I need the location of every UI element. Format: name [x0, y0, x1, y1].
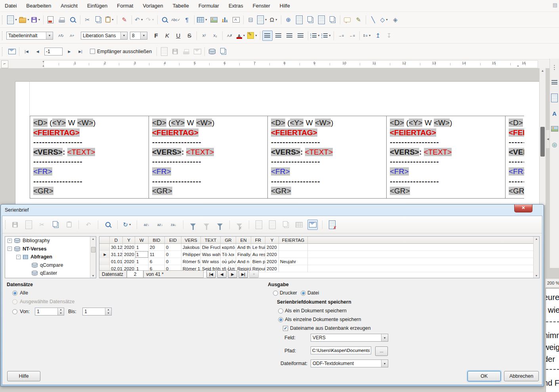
insert-bookmark-icon[interactable]: [317, 15, 327, 25]
copy-record-icon[interactable]: [50, 220, 61, 230]
superscript-icon[interactable]: X²: [199, 31, 209, 41]
table-cell[interactable]: 0: [165, 244, 181, 251]
update-style-icon[interactable]: A↻: [56, 31, 66, 41]
sidebar-navigator-icon[interactable]: ◎: [549, 139, 559, 149]
subscript-icon[interactable]: X₂: [210, 31, 220, 41]
column-header[interactable]: VERS: [181, 237, 201, 244]
close-icon[interactable]: ✕: [514, 205, 532, 212]
date-field[interactable]: <D>: [271, 119, 285, 127]
scroll-up-icon[interactable]: ▲: [90, 237, 96, 240]
next-record-button[interactable]: ▶: [228, 270, 237, 278]
chevron-down-icon[interactable]: ▼: [27, 18, 30, 21]
first-record-button[interactable]: |◀: [206, 270, 216, 278]
spinner-arrows-icon[interactable]: ▲▼: [105, 308, 111, 315]
fr-field[interactable]: <FR>: [509, 167, 524, 176]
save-icon[interactable]: ▼: [31, 15, 41, 25]
track-changes-icon[interactable]: ✎: [353, 15, 364, 25]
table-cell[interactable]: Bien p: [251, 258, 265, 265]
fr-field[interactable]: <FR>: [33, 167, 52, 176]
print-preview-icon[interactable]: [68, 15, 78, 25]
table-cell[interactable]: 31.12: [110, 251, 123, 258]
increase-indent-icon[interactable]: →≡: [336, 31, 346, 41]
sort-descending-icon[interactable]: za↓: [168, 220, 179, 230]
special-character-icon[interactable]: Ω▼: [269, 15, 279, 25]
year-field[interactable]: <Y>: [171, 119, 185, 127]
table-cell[interactable]: Finally,: [236, 251, 251, 258]
last-record-icon[interactable]: ▶|: [75, 46, 86, 57]
text-field[interactable]: <TEXT>: [424, 148, 452, 156]
chevron-down-icon[interactable]: ▼: [15, 18, 17, 21]
holiday-field[interactable]: <FEIERTAG>: [152, 128, 198, 137]
sidebar-styles-icon[interactable]: A: [549, 108, 559, 119]
column-header[interactable]: TEXT: [201, 237, 221, 244]
scroll-up-icon[interactable]: ▲: [534, 237, 539, 240]
verse-field[interactable]: <VERS>: [390, 148, 419, 156]
gr-field[interactable]: <GR>: [509, 187, 524, 195]
data-sources-icon[interactable]: [207, 46, 217, 57]
basic-shapes-icon[interactable]: ◇▼: [379, 15, 389, 25]
scrollbar-thumb[interactable]: [540, 127, 545, 157]
verse-field[interactable]: <VERS>: [33, 148, 63, 156]
sort-ascending-icon[interactable]: az↓: [155, 220, 165, 230]
table-cell[interactable]: Wir wiss: [201, 258, 221, 265]
bullet-list-icon[interactable]: ▼: [310, 31, 321, 41]
insert-line-icon[interactable]: ╲: [368, 15, 378, 25]
column-header[interactable]: W: [135, 237, 149, 244]
spelling-icon[interactable]: Abc✓: [171, 15, 181, 25]
verse-field[interactable]: <VERS>: [271, 148, 300, 156]
tab-stop-selector[interactable]: ⌐: [1, 60, 8, 68]
tree-item-nt-verses[interactable]: − NT-Verses: [5, 245, 96, 253]
records-all-radio[interactable]: [12, 291, 17, 296]
table-cell[interactable]: 11: [149, 251, 165, 258]
row-selector[interactable]: [99, 244, 110, 251]
menu-format[interactable]: Format: [117, 3, 133, 9]
table-cell[interactable]: 2020: [265, 258, 279, 265]
week-field[interactable]: <W>: [196, 119, 212, 127]
chevron-down-icon[interactable]: ▼: [328, 34, 331, 37]
open-icon[interactable]: ▼: [19, 15, 30, 25]
corner-header[interactable]: [99, 237, 110, 244]
table-cell[interactable]: Neujahr: [279, 258, 308, 265]
week-field[interactable]: <W>: [315, 119, 331, 127]
records-from-radio[interactable]: [12, 309, 17, 314]
verse-field[interactable]: <VERS>: [152, 148, 181, 156]
table-cell[interactable]: καρπό: [221, 244, 236, 251]
chevron-down-icon[interactable]: ▼: [140, 32, 147, 39]
table-cell[interactable]: 20: [149, 244, 165, 251]
chevron-down-icon[interactable]: ▼: [152, 18, 155, 21]
insert-chart-icon[interactable]: [220, 15, 230, 25]
chevron-down-icon[interactable]: ▼: [243, 34, 246, 37]
sidebar-gallery-icon[interactable]: [549, 124, 559, 134]
new-document-icon[interactable]: ▼: [7, 15, 18, 25]
record-number-input[interactable]: [44, 48, 63, 55]
clear-formatting-icon[interactable]: A✗: [225, 31, 235, 41]
tree-item-qeaster[interactable]: qEaster: [5, 269, 96, 277]
menu-einfuegen[interactable]: Einfügen: [87, 3, 107, 9]
print-icon[interactable]: [57, 15, 67, 25]
find-record-icon[interactable]: [103, 220, 113, 230]
save-single-radio[interactable]: [278, 308, 283, 314]
cancel-button[interactable]: Abbrechen: [504, 371, 539, 381]
right-indent-marker[interactable]: ▲: [517, 64, 519, 67]
chevron-down-icon[interactable]: ▼: [275, 18, 278, 21]
from-spinner[interactable]: 1 ▲▼: [35, 308, 64, 316]
left-indent-marker[interactable]: ▲: [42, 64, 45, 67]
align-center-icon[interactable]: [273, 31, 284, 41]
year-field[interactable]: <Y>: [52, 119, 66, 127]
chevron-down-icon[interactable]: ▼: [255, 34, 258, 37]
table-scrollbar[interactable]: ▲ ▼: [533, 237, 539, 278]
chevron-down-icon[interactable]: ▼: [46, 32, 53, 39]
menu-hilfe[interactable]: Hilfe: [280, 3, 290, 9]
text-field[interactable]: <TEXT>: [67, 148, 95, 156]
insert-image-icon[interactable]: [209, 15, 219, 25]
close-data-source-icon[interactable]: [327, 220, 337, 230]
menu-formular[interactable]: Formular: [198, 3, 219, 9]
sidebar-page-icon[interactable]: [549, 93, 559, 103]
sidebar-settings-icon[interactable]: ⋮: [549, 62, 559, 72]
gr-field[interactable]: <GR>: [152, 187, 172, 195]
table-cell[interactable]: Jakobus: [181, 244, 201, 251]
collapse-icon[interactable]: −: [16, 255, 21, 259]
align-left-icon[interactable]: [262, 31, 273, 41]
first-record-icon[interactable]: |◀: [21, 46, 32, 57]
table-cell[interactable]: 2020: [123, 251, 135, 258]
